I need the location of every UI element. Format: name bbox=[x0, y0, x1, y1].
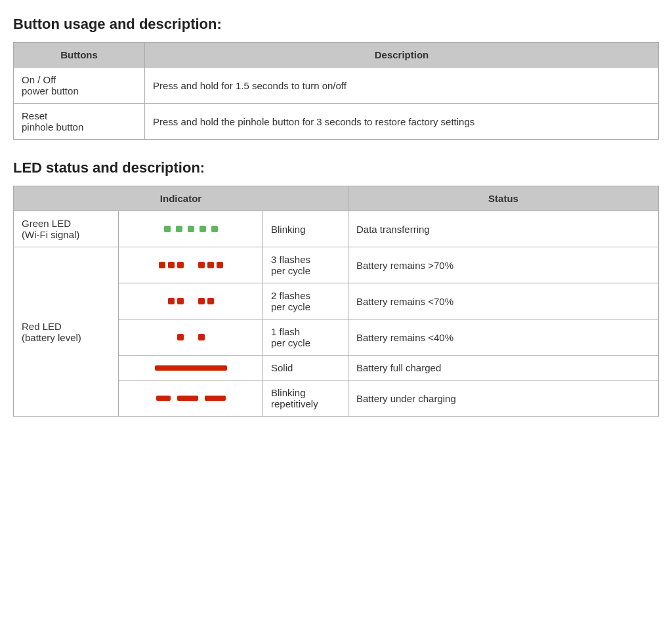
led-label-red-3flash: 3 flashesper cycle bbox=[263, 247, 348, 283]
red-dot bbox=[217, 262, 223, 268]
led-visual-red-3flash bbox=[119, 247, 263, 283]
led-col2-header: Status bbox=[348, 186, 659, 211]
red-2flash-dots bbox=[127, 298, 255, 304]
btn-row2-name: Resetpinhole button bbox=[14, 104, 145, 140]
led-label-red-solid: Solid bbox=[263, 356, 348, 380]
btn-row1-desc: Press and hold for 1.5 seconds to turn o… bbox=[145, 68, 659, 104]
green-blink-dots bbox=[127, 226, 255, 232]
button-table: Buttons Description On / Offpower button… bbox=[13, 42, 659, 140]
red-dot bbox=[177, 262, 184, 268]
red-dot bbox=[168, 298, 175, 304]
btn-col1-header: Buttons bbox=[14, 43, 145, 68]
red-dot bbox=[198, 262, 205, 268]
led-label-green-blink: Blinking bbox=[263, 211, 348, 247]
led-visual-green-blink bbox=[119, 211, 263, 247]
red-dot bbox=[177, 334, 184, 340]
green-dot bbox=[176, 226, 182, 232]
led-status-red-3flash: Battery remains >70% bbox=[348, 247, 659, 283]
table-row: Green LED(Wi-Fi signal) Blinking Data tr… bbox=[14, 211, 659, 247]
red-dot bbox=[198, 334, 205, 340]
red-dot bbox=[207, 298, 214, 304]
led-visual-red-1flash bbox=[119, 319, 263, 356]
led-status-red-solid: Battery full charged bbox=[348, 356, 659, 380]
led-visual-red-solid bbox=[119, 356, 263, 380]
red-dash bbox=[177, 396, 198, 401]
led-status-green-blink: Data transferring bbox=[348, 211, 659, 247]
led-visual-red-blink bbox=[119, 380, 263, 417]
green-dot bbox=[164, 226, 171, 232]
led-col1-header: Indicator bbox=[14, 186, 348, 211]
green-dot bbox=[188, 226, 194, 232]
led-status-red-1flash: Battery remains <40% bbox=[348, 319, 659, 356]
red-blink-dashes bbox=[127, 396, 255, 401]
green-dot bbox=[211, 226, 218, 232]
led-status-red-blink: Battery under charging bbox=[348, 380, 659, 417]
red-dash bbox=[205, 396, 226, 401]
red-dot bbox=[198, 298, 205, 304]
led-visual-red-2flash bbox=[119, 283, 263, 319]
led-indicator-green: Green LED(Wi-Fi signal) bbox=[14, 211, 119, 247]
button-section-title: Button usage and description: bbox=[13, 16, 659, 33]
red-dot bbox=[168, 262, 175, 268]
red-dot bbox=[177, 298, 184, 304]
led-label-red-1flash: 1 flashper cycle bbox=[263, 319, 348, 356]
led-table: Indicator Status Green LED(Wi-Fi signal)… bbox=[13, 186, 659, 417]
red-dot bbox=[159, 262, 165, 268]
red-solid-line bbox=[155, 365, 227, 371]
table-row: On / Offpower button Press and hold for … bbox=[14, 68, 659, 104]
led-label-red-2flash: 2 flashesper cycle bbox=[263, 283, 348, 319]
green-dot bbox=[200, 226, 206, 232]
table-row: Red LED(battery level) 3 flashesper cycl… bbox=[14, 247, 659, 283]
led-indicator-red: Red LED(battery level) bbox=[14, 247, 119, 417]
btn-col2-header: Description bbox=[145, 43, 659, 68]
table-row: Resetpinhole button Press and hold the p… bbox=[14, 104, 659, 140]
led-status-red-2flash: Battery remains <70% bbox=[348, 283, 659, 319]
btn-row1-name: On / Offpower button bbox=[14, 68, 145, 104]
led-section-title: LED status and description: bbox=[13, 159, 659, 176]
led-label-red-blink: Blinkingrepetitively bbox=[263, 380, 348, 417]
red-dash bbox=[156, 396, 171, 401]
red-1flash-dots bbox=[127, 334, 255, 340]
red-dot bbox=[207, 262, 214, 268]
btn-row2-desc: Press and hold the pinhole button for 3 … bbox=[145, 104, 659, 140]
red-3flash-dots bbox=[127, 262, 255, 268]
